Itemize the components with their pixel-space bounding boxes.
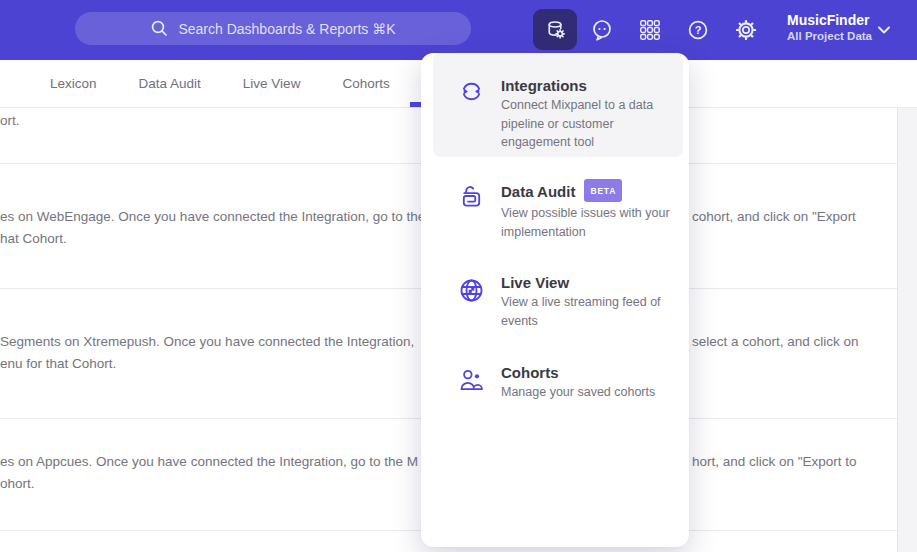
people-icon [458,367,485,394]
project-subtitle: All Project Data [787,29,872,44]
apps-grid-button[interactable] [638,18,662,42]
menu-item-title: Cohorts [501,364,655,382]
question-circle-icon: ? [686,18,710,42]
project-name: MusicFinder [787,11,872,29]
svg-text:?: ? [695,24,702,36]
menu-item-description: Connect Mixpanel to a data pipeline or c… [501,98,653,149]
menu-item-live-view[interactable]: Live View View a live streaming feed of … [421,272,689,329]
menu-item-cohorts[interactable]: Cohorts Manage your saved cohorts [421,362,689,401]
search-placeholder: Search Dashboards & Reports ⌘K [178,21,395,37]
feedback-button[interactable] [590,18,614,42]
data-management-dropdown: Lexicon Document and transform your even… [421,53,689,547]
search-input[interactable]: Search Dashboards & Reports ⌘K [75,12,471,45]
topbar: Search Dashboards & Reports ⌘K [0,0,917,60]
tab-data-audit[interactable]: Data Audit [139,76,201,91]
integration-row-text: hort, and click on "Export to [692,451,872,473]
menu-item-description: View a live streaming feed of events [501,295,661,328]
database-gear-icon [544,18,567,41]
integration-row-text: cohort, and click on "Export [692,206,872,228]
help-button[interactable]: ? [686,18,710,42]
menu-item-title: Data Audit [501,183,575,201]
beta-badge: BETA [584,179,622,202]
chat-bubble-face-icon [590,18,614,42]
scrollbar-gutter[interactable] [897,108,917,552]
tab-cohorts[interactable]: Cohorts [342,76,389,91]
audit-lock-icon [458,183,485,210]
globe-icon [458,277,485,304]
settings-button[interactable] [734,18,758,42]
app-window: ort. es on WebEngage. Once you have conn… [0,0,917,552]
integration-row-text: select a cohort, and click on [692,331,872,353]
data-management-button[interactable] [533,9,577,50]
grid-icon [638,18,662,42]
menu-item-title: Live View [501,274,661,292]
integration-row-text: es on WebEngage. Once you have connected… [0,206,430,250]
menu-item-integrations[interactable]: Integrations Connect Mixpanel to a data … [433,53,683,157]
integration-row-text: ort. [0,110,430,132]
search-icon [150,19,169,38]
integration-row-text: es on Appcues. Once you have connected t… [0,451,430,495]
gear-icon [734,18,758,42]
menu-item-data-audit[interactable]: Data Audit BETA View possible issues wit… [421,178,689,240]
menu-item-description: Manage your saved cohorts [501,385,655,399]
project-switcher[interactable]: MusicFinder All Project Data [787,11,872,44]
tab-live-view[interactable]: Live View [243,76,301,91]
integration-row-text: Segments on Xtremepush. Once you have co… [0,331,430,375]
sync-arrows-icon [458,78,485,105]
chevron-down-icon[interactable] [876,23,892,37]
menu-item-description: View possible issues with your implement… [501,206,670,239]
menu-item-title: Integrations [501,77,653,95]
tab-lexicon[interactable]: Lexicon [50,76,97,91]
